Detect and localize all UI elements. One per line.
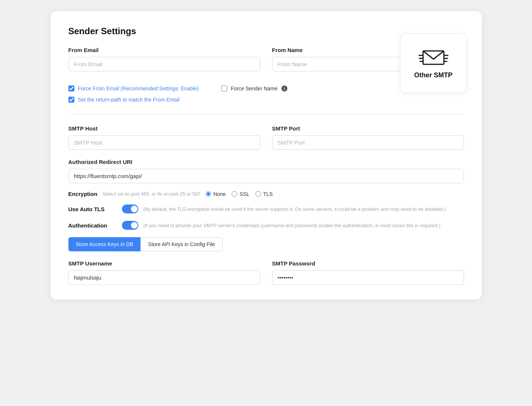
smtp-username-field-group: SMTP Username bbox=[68, 260, 260, 285]
force-sender-name-label: Force Sender Name bbox=[231, 86, 278, 91]
smtp-host-field-group: SMTP Host bbox=[68, 125, 260, 150]
auth-slider bbox=[122, 221, 138, 230]
left-checkboxes: Force From Email (Recommended Settings: … bbox=[68, 80, 199, 103]
main-card: Other SMTP Sender Settings From Email Fr… bbox=[51, 11, 482, 300]
force-from-email-label: Force From Email (Recommended Settings: … bbox=[78, 86, 199, 91]
from-email-label: From Email bbox=[68, 47, 260, 53]
smtp-password-field-group: SMTP Password bbox=[272, 260, 464, 285]
return-path-checkbox[interactable] bbox=[68, 97, 74, 103]
smtp-port-label: SMTP Port bbox=[272, 125, 464, 132]
encryption-ssl-option[interactable]: SSL bbox=[232, 191, 249, 197]
encryption-tls-option[interactable]: TLS bbox=[255, 191, 273, 197]
encryption-ssl-label: SSL bbox=[239, 191, 249, 197]
encryption-none-option[interactable]: None bbox=[206, 191, 226, 197]
encryption-label: Encryption bbox=[68, 191, 97, 197]
encryption-radio-group: None SSL TLS bbox=[206, 191, 273, 197]
auto-tls-desc: (By default, the TLS encryption would be… bbox=[144, 206, 446, 212]
auto-tls-row: Use Auto TLS (By default, the TLS encryp… bbox=[68, 204, 464, 213]
force-sender-name-checkbox[interactable] bbox=[221, 86, 227, 91]
force-sender-name-checkbox-row[interactable]: Force Sender Name i bbox=[221, 86, 287, 91]
encryption-ssl-radio[interactable] bbox=[232, 191, 237, 197]
smtp-badge: Other SMTP bbox=[400, 33, 467, 93]
smtp-host-label: SMTP Host bbox=[68, 125, 260, 132]
authentication-label: Authentication bbox=[68, 222, 117, 229]
smtp-host-port-row: SMTP Host SMTP Port bbox=[68, 125, 464, 150]
encryption-row: Encryption Select ssl on port 465, or tl… bbox=[68, 191, 464, 197]
auth-toggle[interactable] bbox=[122, 221, 138, 230]
authorized-uri-field-group: Authorized Redirect URI bbox=[68, 159, 464, 183]
auto-tls-toggle[interactable] bbox=[122, 204, 138, 213]
key-storage-buttons: Store Access Keys in DB Store API Keys i… bbox=[68, 237, 464, 251]
right-checkboxes: Force Sender Name i bbox=[221, 80, 287, 103]
smtp-username-input[interactable] bbox=[68, 270, 260, 285]
force-from-email-checkbox[interactable] bbox=[68, 86, 74, 91]
encryption-hint: Select ssl on port 465, or tls on port 2… bbox=[103, 191, 200, 197]
from-email-input[interactable] bbox=[68, 57, 260, 71]
store-db-button[interactable]: Store Access Keys in DB bbox=[68, 237, 141, 251]
auto-tls-slider bbox=[122, 204, 138, 213]
encryption-tls-label: TLS bbox=[263, 191, 273, 197]
smtp-badge-label: Other SMTP bbox=[414, 71, 452, 79]
authorized-uri-input[interactable] bbox=[68, 169, 464, 183]
credentials-row: SMTP Username SMTP Password bbox=[68, 260, 464, 285]
encryption-none-label: None bbox=[213, 191, 226, 197]
auth-desc: (If you need to provide your SMTP server… bbox=[144, 223, 441, 228]
return-path-checkbox-row[interactable]: Set the return-path to match the From Em… bbox=[68, 97, 199, 103]
smtp-password-input[interactable] bbox=[272, 270, 464, 285]
encryption-none-radio[interactable] bbox=[206, 191, 211, 197]
section-divider-1 bbox=[68, 114, 464, 114]
smtp-password-label: SMTP Password bbox=[272, 260, 464, 267]
encryption-tls-radio[interactable] bbox=[255, 191, 261, 197]
force-from-email-checkbox-row[interactable]: Force From Email (Recommended Settings: … bbox=[68, 86, 199, 91]
return-path-label: Set the return-path to match the From Em… bbox=[78, 97, 180, 103]
smtp-port-field-group: SMTP Port bbox=[272, 125, 464, 150]
auto-tls-label: Use Auto TLS bbox=[68, 206, 117, 212]
info-icon: i bbox=[281, 86, 287, 91]
store-config-button[interactable]: Store API Keys in Config File bbox=[141, 237, 223, 251]
authorized-uri-label: Authorized Redirect URI bbox=[68, 159, 464, 165]
from-email-field-group: From Email bbox=[68, 47, 260, 71]
authentication-row: Authentication (If you need to provide y… bbox=[68, 221, 464, 230]
smtp-port-input[interactable] bbox=[272, 135, 464, 150]
smtp-username-label: SMTP Username bbox=[68, 260, 260, 267]
smtp-icon bbox=[419, 47, 448, 68]
smtp-host-input[interactable] bbox=[68, 135, 260, 150]
